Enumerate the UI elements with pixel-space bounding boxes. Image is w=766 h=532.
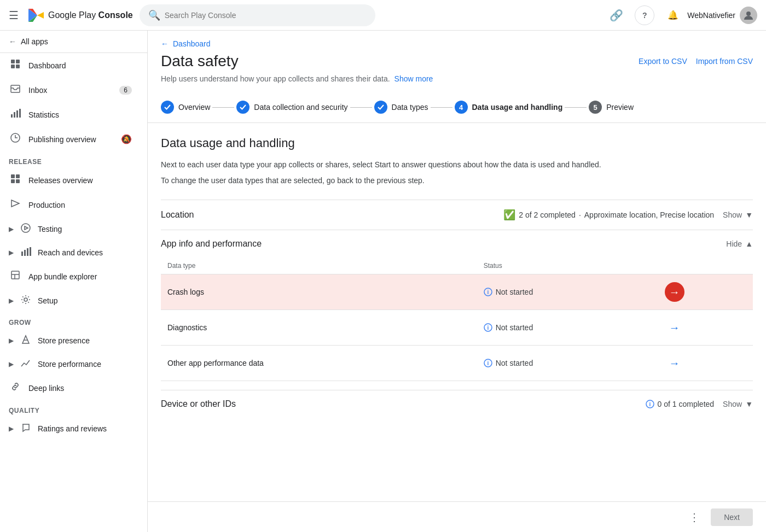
location-toggle[interactable]: Show ▼ bbox=[723, 211, 753, 219]
sidebar-item-testing[interactable]: ▶ Testing bbox=[0, 217, 141, 241]
crash-logs-action[interactable]: → bbox=[658, 274, 753, 310]
col-data-type: Data type bbox=[161, 258, 477, 274]
more-options-button[interactable]: ⋮ bbox=[684, 507, 704, 527]
statistics-label: Statistics bbox=[28, 110, 132, 119]
production-icon bbox=[9, 198, 22, 212]
release-section-label: Release bbox=[0, 151, 147, 168]
crash-logs-start-button[interactable]: → bbox=[665, 282, 684, 302]
device-ids-status: i 0 of 1 completed bbox=[646, 400, 715, 408]
diagnostics-type: Diagnostics bbox=[161, 310, 477, 346]
svg-rect-25 bbox=[30, 247, 31, 256]
reach-icon bbox=[20, 246, 31, 259]
accordion-device-ids-header[interactable]: Device or other IDs i 0 of 1 completed S… bbox=[161, 390, 753, 418]
search-bar[interactable]: 🔍 bbox=[140, 4, 375, 26]
col-status: Status bbox=[477, 258, 658, 274]
layout: ← All apps Dashboard Inbox 6 Statistics bbox=[0, 31, 766, 532]
svg-rect-8 bbox=[16, 65, 20, 68]
hamburger-menu[interactable]: ☰ bbox=[9, 9, 19, 22]
user-menu[interactable]: 🔔 WebNativefier bbox=[663, 5, 757, 25]
sidebar-item-reach-and-devices[interactable]: ▶ Reach and devices bbox=[0, 241, 141, 264]
crash-logs-type: Crash logs bbox=[161, 274, 477, 310]
sidebar-item-deep-links[interactable]: Deep links bbox=[0, 376, 141, 400]
sidebar-item-statistics[interactable]: Statistics bbox=[0, 102, 141, 127]
testing-icon bbox=[20, 223, 31, 235]
svg-rect-17 bbox=[11, 179, 15, 183]
deep-links-icon bbox=[9, 381, 22, 395]
all-apps-button[interactable]: ← All apps bbox=[0, 31, 147, 53]
svg-text:i: i bbox=[487, 360, 489, 366]
step-label-preview: Preview bbox=[606, 103, 634, 112]
sidebar: ← All apps Dashboard Inbox 6 Statistics bbox=[0, 31, 148, 532]
setup-label: Setup bbox=[38, 296, 58, 305]
step-connector-3 bbox=[431, 107, 452, 108]
svg-rect-12 bbox=[16, 110, 18, 118]
device-ids-toggle[interactable]: Show ▼ bbox=[723, 400, 753, 408]
accordion-location-header[interactable]: Location ✅ 2 of 2 completed · Approximat… bbox=[161, 200, 753, 230]
bundle-icon bbox=[9, 270, 22, 283]
other-app-action[interactable]: → bbox=[658, 346, 753, 381]
svg-point-29 bbox=[24, 298, 27, 301]
sidebar-item-dashboard[interactable]: Dashboard bbox=[0, 53, 141, 78]
step-circle-data-usage: 4 bbox=[455, 101, 468, 114]
store-performance-label: Store performance bbox=[38, 360, 101, 369]
step-data-usage: 4 Data usage and handling bbox=[455, 101, 563, 114]
col-action bbox=[658, 258, 753, 274]
import-csv-button[interactable]: Import from CSV bbox=[696, 57, 753, 66]
breadcrumb-arrow-icon: ← bbox=[161, 39, 169, 48]
dashboard-icon bbox=[9, 59, 22, 72]
help-icon-button[interactable]: ? bbox=[635, 5, 654, 25]
other-app-status: i Not started bbox=[477, 346, 658, 381]
testing-label: Testing bbox=[38, 225, 62, 233]
link-icon-button[interactable]: 🔗 bbox=[606, 5, 626, 25]
data-usage-section-title: Data usage and handling bbox=[161, 136, 753, 150]
accordion-device-left: Device or other IDs bbox=[161, 399, 236, 409]
sidebar-item-ratings-reviews[interactable]: ▶ Ratings and reviews bbox=[0, 417, 141, 440]
svg-marker-30 bbox=[22, 336, 29, 343]
dashboard-label: Dashboard bbox=[28, 61, 132, 70]
other-app-start-button[interactable]: → bbox=[665, 353, 684, 373]
steps-indicator: Overview Data collection and security bbox=[161, 92, 753, 122]
inbox-label: Inbox bbox=[28, 86, 113, 95]
notification-icon[interactable]: 🔔 bbox=[663, 5, 683, 25]
statistics-icon bbox=[9, 108, 22, 121]
page-actions: Export to CSV Import from CSV bbox=[639, 57, 753, 66]
svg-rect-10 bbox=[11, 114, 13, 118]
diagnostics-action[interactable]: → bbox=[658, 310, 753, 346]
sidebar-item-production[interactable]: Production bbox=[0, 192, 141, 217]
device-ids-title: Device or other IDs bbox=[161, 399, 236, 409]
accordion-device-ids: Device or other IDs i 0 of 1 completed S… bbox=[161, 390, 753, 418]
step-label-data-types: Data types bbox=[392, 103, 428, 112]
store-presence-icon bbox=[20, 334, 31, 347]
search-input[interactable] bbox=[165, 11, 367, 20]
expand-arrow-store-icon: ▶ bbox=[9, 337, 14, 344]
app-info-toggle[interactable]: Hide ▲ bbox=[726, 239, 753, 248]
sidebar-item-releases-overview[interactable]: Releases overview bbox=[0, 168, 141, 192]
topbar-actions: 🔗 ? 🔔 WebNativefier bbox=[606, 5, 757, 25]
breadcrumb-label: Dashboard bbox=[173, 39, 211, 48]
sidebar-item-setup[interactable]: ▶ Setup bbox=[0, 289, 141, 312]
breadcrumb[interactable]: ← Dashboard bbox=[161, 39, 753, 48]
sidebar-item-store-performance[interactable]: ▶ Store performance bbox=[0, 352, 141, 376]
next-button[interactable]: Next bbox=[711, 508, 753, 526]
step-label-overview: Overview bbox=[178, 103, 210, 112]
table-row: Diagnostics i Not started → bbox=[161, 310, 753, 346]
avatar[interactable] bbox=[740, 7, 757, 24]
logo-text: Google Play Console bbox=[48, 10, 133, 20]
sidebar-item-inbox[interactable]: Inbox 6 bbox=[0, 78, 141, 102]
sidebar-item-app-bundle-explorer[interactable]: App bundle explorer bbox=[0, 264, 141, 289]
user-name: WebNativefier bbox=[687, 11, 735, 20]
accordion-app-info-header[interactable]: App info and performance Hide ▲ bbox=[161, 230, 753, 258]
export-csv-button[interactable]: Export to CSV bbox=[639, 57, 687, 66]
grow-section-label: Grow bbox=[0, 312, 147, 329]
location-separator: · bbox=[579, 211, 581, 219]
show-more-link[interactable]: Show more bbox=[394, 74, 433, 83]
svg-rect-16 bbox=[16, 174, 20, 178]
svg-rect-9 bbox=[11, 85, 20, 92]
other-app-type: Other app performance data bbox=[161, 346, 477, 381]
sidebar-item-store-presence[interactable]: ▶ Store presence bbox=[0, 329, 141, 352]
sidebar-item-publishing-overview[interactable]: Publishing overview 🔕 bbox=[0, 127, 141, 151]
diagnostics-start-button[interactable]: → bbox=[665, 318, 684, 337]
location-toggle-label: Show bbox=[723, 211, 742, 219]
publishing-icon bbox=[9, 132, 22, 146]
app-info-toggle-icon: ▲ bbox=[745, 239, 753, 248]
